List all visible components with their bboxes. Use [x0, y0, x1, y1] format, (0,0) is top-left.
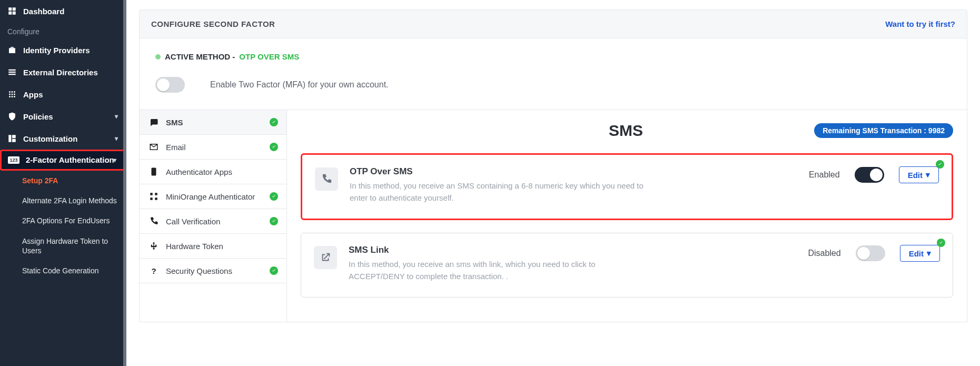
- active-method-row: ACTIVE METHOD - OTP OVER SMS: [155, 52, 951, 61]
- category-miniorange[interactable]: MiniOrange Authenticator: [140, 184, 286, 209]
- category-label: Authenticator Apps: [166, 167, 232, 176]
- method-state: Disabled: [808, 249, 840, 258]
- svg-rect-5: [8, 72, 16, 73]
- question-icon: ?: [149, 266, 159, 275]
- nav-policies[interactable]: Policies ▾: [0, 105, 126, 127]
- svg-point-14: [12, 96, 13, 97]
- content-heading: SMS: [609, 122, 643, 140]
- method-desc: In this method, you receive an SMS conta…: [350, 180, 645, 204]
- dashboard-icon: [7, 6, 17, 16]
- check-icon: [270, 118, 278, 126]
- category-list: SMS Email Authenticator Apps: [140, 110, 287, 322]
- chevron-down-icon: ▾: [926, 170, 930, 180]
- badge-value: 9982: [928, 126, 945, 135]
- chevron-down-icon: ▾: [113, 156, 116, 164]
- try-it-link[interactable]: Want to try it first?: [885, 19, 955, 28]
- svg-point-12: [14, 94, 15, 95]
- nav-identity-providers[interactable]: Identity Providers: [0, 39, 126, 61]
- svg-rect-23: [155, 197, 157, 200]
- category-label: Email: [166, 143, 186, 152]
- email-icon: [149, 142, 159, 152]
- nav-section-configure: Configure: [0, 22, 126, 39]
- page-title: CONFIGURE SECOND FACTOR: [151, 19, 275, 28]
- phone-icon: [149, 216, 159, 226]
- chevron-down-icon: ▾: [927, 249, 931, 258]
- nav-label: Dashboard: [23, 7, 64, 16]
- subnav-alternate-methods[interactable]: Alternate 2FA Login Methods: [7, 191, 126, 211]
- usb-icon: [149, 241, 159, 251]
- chevron-down-icon: ▾: [115, 135, 118, 142]
- method-body: SMS LinkIn this method, you receive an s…: [349, 245, 796, 282]
- check-icon: [270, 217, 278, 225]
- qr-icon: [149, 192, 159, 201]
- svg-point-7: [9, 91, 11, 93]
- method-icon: [314, 246, 337, 269]
- svg-rect-21: [155, 193, 157, 195]
- subnav-static-code[interactable]: Static Code Generation: [7, 261, 126, 281]
- method-controls: EnabledEdit ▾: [809, 166, 939, 183]
- status-dot-icon: [155, 54, 161, 60]
- svg-point-9: [14, 91, 15, 93]
- nav-customization[interactable]: Customization ▾: [0, 127, 126, 150]
- edit-button[interactable]: Edit ▾: [899, 166, 939, 183]
- category-hardware[interactable]: Hardware Token: [140, 234, 286, 259]
- svg-rect-17: [12, 135, 16, 138]
- check-icon: [270, 266, 278, 275]
- chevron-down-icon: ▾: [115, 113, 118, 120]
- main-content: CONFIGURE SECOND FACTOR Want to try it f…: [126, 0, 980, 366]
- nav-dashboard[interactable]: Dashboard: [0, 0, 126, 22]
- nav-2fa-subitems: Setup 2FA Alternate 2FA Login Methods 2F…: [0, 171, 126, 281]
- category-sms[interactable]: SMS: [140, 110, 286, 135]
- content-column: SMS Remaining SMS Transaction : 9982 OTP…: [287, 110, 967, 322]
- svg-rect-1: [13, 7, 16, 11]
- category-label: Security Questions: [166, 266, 232, 275]
- method-controls: DisabledEdit ▾: [808, 245, 940, 262]
- category-auth-apps[interactable]: Authenticator Apps: [140, 160, 286, 184]
- sms-icon: [149, 117, 159, 127]
- method-title: SMS Link: [349, 245, 796, 255]
- otp-icon: 123: [8, 156, 19, 164]
- nav-label: Policies: [23, 112, 53, 121]
- category-email[interactable]: Email: [140, 135, 286, 160]
- active-method-value: OTP OVER SMS: [239, 52, 299, 61]
- method-card: OTP Over SMSIn this method, you receive …: [301, 153, 953, 220]
- method-body: OTP Over SMSIn this method, you receive …: [350, 166, 797, 204]
- category-call[interactable]: Call Verification: [140, 209, 286, 234]
- edit-button[interactable]: Edit ▾: [900, 245, 940, 262]
- briefcase-icon: [7, 45, 17, 55]
- nav-2fa[interactable]: 123 2-Factor Authentication ▾: [0, 150, 126, 171]
- subnav-setup-2fa[interactable]: Setup 2FA: [7, 171, 126, 191]
- enable-mfa-text: Enable Two Factor (MFA) for your own acc…: [210, 80, 389, 90]
- category-security-questions[interactable]: ? Security Questions: [140, 259, 286, 283]
- list-icon: [7, 67, 17, 77]
- method-icon: [315, 167, 338, 191]
- methods-container: OTP Over SMSIn this method, you receive …: [301, 153, 953, 298]
- layout-icon: [7, 134, 17, 143]
- subnav-endusers[interactable]: 2FA Options For EndUsers: [7, 211, 126, 231]
- subnav-assign-token[interactable]: Assign Hardware Token to Users: [7, 231, 126, 261]
- method-toggle[interactable]: [855, 167, 884, 183]
- sidebar: Dashboard Configure Identity Providers E…: [0, 0, 126, 366]
- enable-mfa-row: Enable Two Factor (MFA) for your own acc…: [155, 77, 951, 93]
- svg-rect-6: [8, 74, 16, 75]
- panel-body: ACTIVE METHOD - OTP OVER SMS Enable Two …: [139, 38, 967, 110]
- nav-apps[interactable]: Apps: [0, 83, 126, 105]
- enable-mfa-toggle[interactable]: [155, 77, 185, 93]
- nav-external-directories[interactable]: External Directories: [0, 61, 126, 83]
- method-title: OTP Over SMS: [350, 166, 797, 177]
- nav-label: Apps: [23, 90, 43, 99]
- svg-point-8: [12, 91, 13, 93]
- category-label: SMS: [166, 118, 183, 127]
- content-header: SMS Remaining SMS Transaction : 9982: [301, 122, 953, 140]
- svg-rect-2: [8, 12, 12, 15]
- method-toggle[interactable]: [856, 245, 885, 261]
- nav-label: External Directories: [23, 68, 98, 77]
- method-card: SMS LinkIn this method, you receive an s…: [301, 233, 953, 298]
- svg-rect-3: [13, 12, 16, 15]
- svg-rect-18: [12, 139, 16, 142]
- method-desc: In this method, you receive an sms with …: [349, 259, 644, 282]
- svg-point-11: [12, 94, 13, 95]
- check-icon: [936, 160, 944, 169]
- category-label: Call Verification: [166, 217, 220, 226]
- svg-rect-4: [8, 70, 16, 71]
